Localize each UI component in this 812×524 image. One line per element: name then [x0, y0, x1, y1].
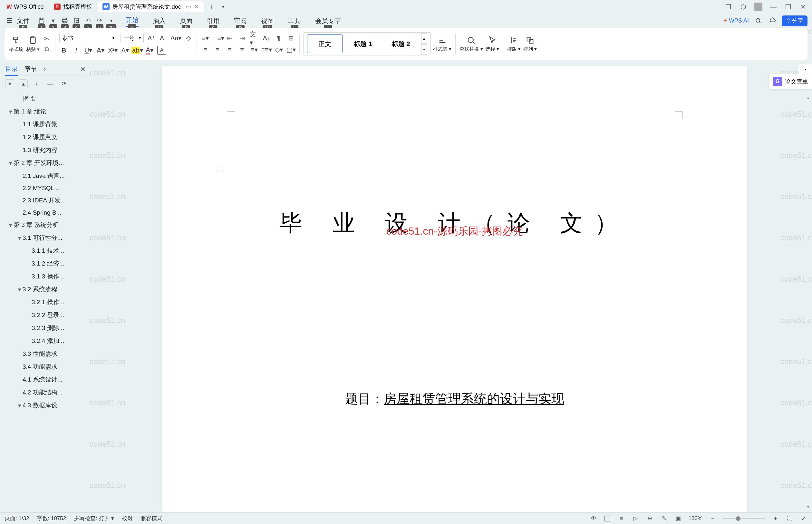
text-effect-button[interactable]: A▾: [120, 46, 130, 55]
chevron-down-icon[interactable]: ▾: [17, 286, 22, 293]
qat-more-icon[interactable]: ▾00: [106, 16, 116, 26]
shading-button[interactable]: ◇▾: [274, 45, 283, 54]
web-view-icon[interactable]: ⊕: [646, 515, 654, 522]
minimize-button[interactable]: —: [769, 3, 777, 11]
styleset-button[interactable]: 样式集 ▾: [433, 28, 451, 60]
share-button[interactable]: ⇪ 分享: [782, 15, 808, 26]
align-justify-button[interactable]: ≡: [237, 45, 247, 54]
tab-close-icon[interactable]: ✕: [194, 3, 199, 10]
outline-item[interactable]: 1.2 课题意义: [5, 131, 86, 144]
tab-document[interactable]: W 房屋租赁管理系统论文.doc ▭ ✕: [98, 1, 204, 12]
clear-format-button[interactable]: ◇: [184, 33, 193, 43]
menu-reference[interactable]: 引用S: [207, 15, 220, 27]
menu-page[interactable]: 页面P: [180, 15, 193, 27]
edit-icon[interactable]: ✎: [660, 515, 668, 522]
chevron-down-icon[interactable]: ▾: [8, 160, 14, 167]
qat-save-icon[interactable]: 1: [37, 16, 46, 26]
qat-preview-icon[interactable]: 4: [71, 16, 81, 26]
plagiarism-check-button[interactable]: G 论文查重: [769, 74, 812, 89]
outline-item[interactable]: 1.1 课题背景: [5, 118, 86, 131]
maximize-button[interactable]: ❐: [784, 3, 792, 11]
menu-view[interactable]: 视图W: [261, 15, 274, 27]
layout-button[interactable]: 排版 ▾: [507, 28, 521, 60]
bold-button[interactable]: B: [59, 46, 68, 55]
search-icon[interactable]: [753, 16, 763, 26]
fullscreen-icon[interactable]: ⤢: [800, 515, 808, 522]
outline-refresh-icon[interactable]: ⟳: [59, 79, 68, 88]
underline-button[interactable]: U▾: [84, 46, 93, 55]
outline-item[interactable]: 3.3 性能需求: [5, 347, 86, 360]
menu-tools[interactable]: 工具L: [288, 15, 301, 27]
qat-undo-icon[interactable]: ↶5: [83, 16, 93, 26]
chevron-down-icon[interactable]: ▾: [17, 402, 22, 409]
tabs-button[interactable]: ⊞: [286, 33, 296, 43]
status-words[interactable]: 字数: 10752: [37, 515, 66, 522]
menu-insert[interactable]: 插入N: [153, 15, 166, 27]
outline-item[interactable]: 3.1.2 经济...: [5, 257, 86, 270]
status-proofread[interactable]: 校对: [122, 515, 133, 522]
style-normal[interactable]: 正文: [307, 34, 343, 53]
paste-button[interactable]: 粘贴 ▾: [26, 28, 40, 60]
font-size-select[interactable]: 一号▾: [120, 33, 144, 43]
style-heading2[interactable]: 标题 2: [383, 34, 418, 53]
chevron-down-icon[interactable]: ▾: [8, 108, 14, 115]
drag-handle-icon[interactable]: ⋮⋮: [214, 166, 226, 174]
outline-collapse-up-icon[interactable]: ▴: [19, 79, 28, 88]
outline-item[interactable]: 4.1 系统设计...: [5, 373, 86, 386]
outline-item[interactable]: ▾3.1 可行性分...: [5, 231, 86, 244]
chevron-down-icon[interactable]: ▾: [17, 234, 22, 242]
font-color-button[interactable]: A▾: [145, 46, 154, 55]
numbering-button[interactable]: ⋮≡▾: [213, 33, 222, 43]
change-case-button[interactable]: Aa▾: [171, 33, 180, 43]
qat-redo-icon[interactable]: ↷6: [95, 16, 104, 26]
outline-next-icon[interactable]: ›: [44, 66, 46, 72]
font-name-select[interactable]: 隶书▾: [59, 33, 117, 43]
format-painter-button[interactable]: 格式刷: [9, 28, 23, 60]
tab-menu-button[interactable]: ▾: [218, 2, 228, 12]
style-heading1[interactable]: 标题 1: [345, 34, 381, 53]
vertical-scrollbar[interactable]: ▴ ▾: [806, 95, 811, 509]
highlight-button[interactable]: ab▾: [133, 46, 142, 55]
window-copy-icon[interactable]: ❐: [724, 3, 732, 11]
outline-item[interactable]: 2.2 MYSQL ...: [5, 182, 86, 194]
select-button[interactable]: 选择 ▾: [485, 28, 499, 60]
outline-item[interactable]: 2.3 IDEA 开发...: [5, 194, 86, 207]
outline-close-icon[interactable]: ✕: [80, 65, 86, 73]
tab-dropdown-icon[interactable]: ▭: [186, 3, 191, 10]
tab-template[interactable]: D 找稻壳模板: [50, 1, 97, 12]
border-button[interactable]: ▢▾: [286, 45, 296, 54]
outline-item[interactable]: 3.2.4 添加...: [5, 334, 86, 347]
chevron-down-icon[interactable]: ▾: [8, 222, 14, 229]
outline-item[interactable]: ▾第 1 章 绪论: [5, 105, 86, 118]
increase-indent-button[interactable]: ⇥: [237, 33, 247, 43]
scroll-down-icon[interactable]: ▾: [806, 505, 811, 509]
hamburger-icon[interactable]: ☰: [4, 16, 14, 26]
align-left-button[interactable]: ≡: [201, 45, 210, 54]
outline-item[interactable]: ▾第 2 章 开发环境...: [5, 157, 86, 169]
text-direction-button[interactable]: 文▾: [250, 33, 259, 43]
italic-button[interactable]: I: [71, 46, 81, 55]
align-right-button[interactable]: ≡: [225, 45, 234, 54]
page-view-icon[interactable]: [604, 515, 611, 521]
focus-icon[interactable]: ▣: [675, 515, 682, 522]
superscript-button[interactable]: X²▾: [108, 46, 117, 55]
outline-item[interactable]: 3.1.1 技术...: [5, 244, 86, 257]
char-shade-button[interactable]: A: [157, 46, 166, 55]
outline-expand-down-icon[interactable]: ▾: [5, 79, 14, 88]
outline-item[interactable]: ▾4.3 数据库设...: [5, 399, 86, 412]
avatar-icon[interactable]: [754, 3, 762, 11]
menu-member[interactable]: 会员专享K: [315, 15, 341, 27]
outline-item[interactable]: 4.2 功能结构...: [5, 386, 86, 399]
zoom-slider[interactable]: [723, 518, 765, 519]
align-center-button[interactable]: ≡: [213, 45, 222, 54]
outline-tab-chapter[interactable]: 章节: [24, 63, 37, 76]
zoom-value[interactable]: 130%: [689, 515, 702, 522]
qat-saveas-icon[interactable]: ▾2: [48, 16, 58, 26]
align-distribute-button[interactable]: ≡▾: [250, 45, 259, 54]
outline-item[interactable]: ▾3.2 系统流程: [5, 283, 86, 296]
outline-remove-icon[interactable]: —: [46, 79, 55, 88]
sort-button[interactable]: A↓: [262, 33, 271, 43]
document-viewport[interactable]: ⋮⋮ 毕 业 设 计（论 文） 题目：房屋租赁管理系统的设计与实现 code51…: [88, 60, 812, 512]
style-up-icon[interactable]: ▴: [421, 33, 427, 44]
decrease-indent-button[interactable]: ⇤: [225, 33, 234, 43]
